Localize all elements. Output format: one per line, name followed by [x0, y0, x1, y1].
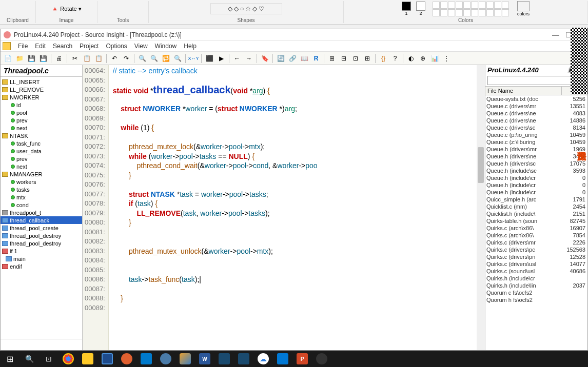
symbol-item[interactable]: tasks	[1, 186, 82, 193]
code-line[interactable]: while (1) {	[113, 123, 485, 133]
taskbar-chrome[interactable]	[61, 352, 76, 366]
menu-view[interactable]: View	[134, 43, 148, 50]
menu-options[interactable]: Options	[106, 43, 127, 50]
file-row[interactable]: Quirks-table.h (soun82745	[485, 217, 587, 225]
taskview-button[interactable]: ⊡	[41, 352, 56, 366]
symbol-item[interactable]: LL_REMOVE	[1, 86, 82, 93]
symbol-item[interactable]: prev	[1, 155, 82, 162]
symbol-item[interactable]: thread_pool_destroy	[1, 239, 82, 247]
code-line[interactable]: }	[113, 171, 485, 180]
tb-link-icon[interactable]: 🔗	[287, 53, 298, 64]
scrollbar-thumb[interactable]	[478, 147, 484, 183]
color-1[interactable]	[402, 2, 411, 11]
tb-layout3-icon[interactable]: ⊡	[350, 53, 361, 64]
file-row[interactable]: Quirks.c (drivers\usl14077	[485, 260, 587, 268]
tb-find-icon[interactable]: 🔍	[137, 53, 147, 64]
code-line[interactable]: pthread_mutex_unlock(&worker->pool->mtx)…	[113, 247, 485, 256]
file-row[interactable]: Quirks.c (arch\x86\16907	[485, 225, 587, 232]
menu-search[interactable]: Search	[53, 43, 72, 50]
symbol-item[interactable]: task_func	[1, 139, 82, 147]
tb-fwd-icon[interactable]: →	[244, 53, 254, 64]
code-line[interactable]	[113, 133, 485, 142]
file-row[interactable]: Quirks.h (include\cr	[485, 275, 587, 282]
tb-paste-icon[interactable]: 📋	[93, 53, 104, 64]
rotate-button[interactable]: 🔺 Rotate ▾	[51, 6, 81, 12]
code-line[interactable]: }	[113, 294, 485, 303]
col-filename[interactable]: File Name	[485, 87, 562, 95]
tb-book-icon[interactable]: 📖	[299, 53, 309, 64]
start-button[interactable]: ⊞	[2, 352, 17, 366]
symbol-item[interactable]: cond	[1, 201, 82, 209]
tb-new-icon[interactable]: 📄	[3, 53, 13, 64]
code-line[interactable]: pthread_mutex_lock(&worker->pool->mtx);	[113, 142, 485, 152]
file-row[interactable]: Queue-sysfs.txt (doc5256	[485, 95, 587, 103]
file-row[interactable]: Quirks.c (drivers\mr2226	[485, 239, 587, 246]
tb-copy-icon[interactable]: 📋	[82, 53, 92, 64]
menu-edit[interactable]: Edit	[35, 43, 46, 50]
taskbar-app3[interactable]	[217, 352, 232, 366]
code-editor[interactable]: 00064:00065:00066:00067:00068:00069:0007…	[83, 65, 485, 350]
tb-redo-icon[interactable]: ↷	[121, 53, 131, 64]
code-line[interactable]	[113, 303, 485, 313]
code-line[interactable]: }	[113, 218, 485, 228]
editor-scrollbar[interactable]	[477, 65, 485, 350]
color-palette[interactable]	[433, 2, 509, 16]
taskbar-powerpoint[interactable]: P	[295, 352, 310, 366]
symbol-item[interactable]: main	[1, 255, 82, 262]
file-row[interactable]: Queue.h (drivers\mr1969	[485, 146, 587, 153]
file-row[interactable]: Quirks.c (drivers\pc152563	[485, 246, 587, 253]
menu-help[interactable]: Help	[184, 43, 197, 50]
symbol-item[interactable]: thread_callback	[1, 216, 82, 224]
taskbar-explorer[interactable]	[80, 352, 95, 366]
code-line[interactable]: struct NTASK *task = worker->pool->tasks…	[113, 190, 485, 199]
code-line[interactable]	[113, 256, 485, 266]
file-row[interactable]: Queue.h (drivers\sc17075	[485, 160, 587, 167]
file-row[interactable]: Queue.c (drivers\mr13551	[485, 103, 587, 110]
file-row[interactable]: Queue.c (z:\liburing10459	[485, 138, 587, 146]
code-line[interactable]	[113, 284, 485, 294]
code-line[interactable]	[113, 114, 485, 124]
symbol-item[interactable]: workers	[1, 178, 82, 186]
file-row[interactable]: Queue.c (drivers\ne14886	[485, 117, 587, 124]
file-row[interactable]: Quicc_simple.h (arc1791	[485, 196, 587, 203]
taskbar-app6[interactable]	[275, 352, 290, 366]
menu-window[interactable]: Window	[155, 43, 177, 50]
tb-misc4-icon[interactable]: ⋮	[441, 53, 452, 64]
file-list[interactable]: Queue-sysfs.txt (doc5256Queue.c (drivers…	[485, 95, 587, 350]
symbol-item[interactable]: NTASK	[1, 132, 82, 139]
file-row[interactable]: Queue.h (include\sc3593	[485, 167, 587, 174]
menu-project[interactable]: Project	[80, 43, 99, 50]
file-row[interactable]: Quorum h fs\ocfs2	[485, 296, 587, 303]
tb-misc2-icon[interactable]: ⊕	[418, 53, 428, 64]
code-line[interactable]: if (task) {	[113, 199, 485, 209]
tb-cut-icon[interactable]: ✂	[70, 53, 80, 64]
tb-help-icon[interactable]: ?	[390, 53, 400, 64]
tb-bookmark-icon[interactable]: 🔖	[260, 53, 270, 64]
tb-stop-icon[interactable]: ⬛	[204, 53, 214, 64]
taskbar-app5[interactable]: ☁	[256, 352, 271, 366]
file-row[interactable]: Quorum c fs\ocfs2	[485, 289, 587, 296]
symbol-item[interactable]: next	[1, 124, 82, 132]
tb-layout2-icon[interactable]: ⊟	[339, 53, 349, 64]
symbol-item[interactable]: LL_INSERT	[1, 78, 82, 86]
tb-save-icon[interactable]: 💾	[26, 53, 36, 64]
menu-file[interactable]: File	[18, 43, 28, 50]
file-row[interactable]: Quirks.c (drivers\pn12528	[485, 253, 587, 260]
taskbar-app4[interactable]	[236, 352, 251, 366]
symbol-item[interactable]: mtx	[1, 193, 82, 201]
file-row[interactable]: Quirks.c (arch\x86\7854	[485, 232, 587, 239]
tb-saveall-icon[interactable]: 💾	[38, 53, 48, 64]
code-line[interactable]: static void *thread_callback(void *arg) …	[113, 85, 485, 95]
shapes-gallery[interactable]: ◇◇○☆◇♡	[210, 3, 282, 14]
taskbar-obs[interactable]	[314, 352, 329, 366]
code-line[interactable]	[113, 180, 485, 190]
code-line[interactable]	[113, 237, 485, 247]
symbol-item[interactable]: thread_pool_destroy	[1, 232, 82, 239]
file-row[interactable]: Queue.h (drivers\ne3405	[485, 153, 587, 160]
taskbar-paint[interactable]	[178, 352, 193, 366]
tb-brace-icon[interactable]: {}	[378, 53, 388, 64]
minimize-button[interactable]: —	[552, 31, 559, 39]
tb-play-icon[interactable]: ▶	[216, 53, 226, 64]
file-row[interactable]: Queue.h (include\cr0	[485, 181, 587, 189]
file-row[interactable]: Queue.c (drivers\sc8134	[485, 124, 587, 131]
